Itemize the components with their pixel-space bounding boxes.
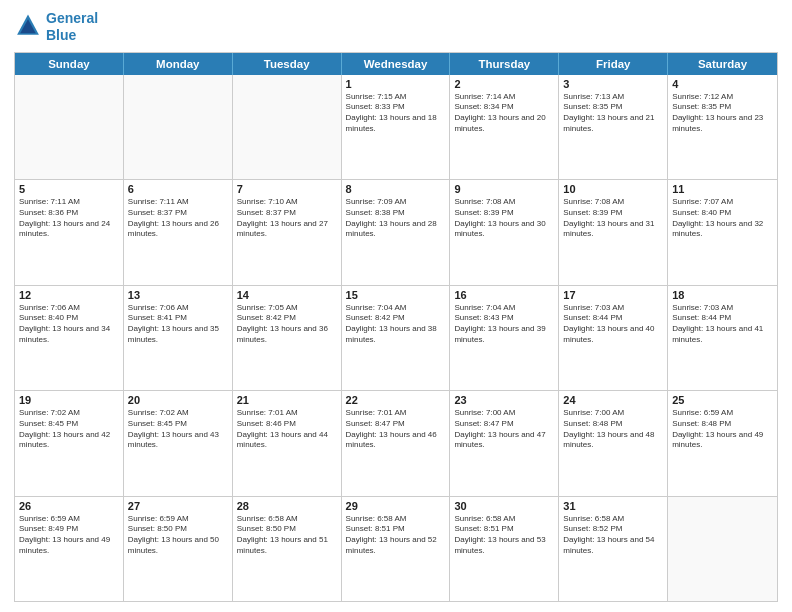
cal-week-5: 26Sunrise: 6:59 AMSunset: 8:49 PMDayligh…	[15, 497, 777, 601]
day-info: Sunrise: 7:00 AMSunset: 8:48 PMDaylight:…	[563, 408, 663, 451]
cal-cell: 7Sunrise: 7:10 AMSunset: 8:37 PMDaylight…	[233, 180, 342, 284]
calendar-body: 1Sunrise: 7:15 AMSunset: 8:33 PMDaylight…	[15, 75, 777, 601]
logo-text: General Blue	[46, 10, 98, 44]
cal-cell: 6Sunrise: 7:11 AMSunset: 8:37 PMDaylight…	[124, 180, 233, 284]
day-number: 18	[672, 289, 773, 301]
cal-header-saturday: Saturday	[668, 53, 777, 75]
page: General Blue SundayMondayTuesdayWednesda…	[0, 0, 792, 612]
day-info: Sunrise: 7:10 AMSunset: 8:37 PMDaylight:…	[237, 197, 337, 240]
cal-cell: 22Sunrise: 7:01 AMSunset: 8:47 PMDayligh…	[342, 391, 451, 495]
cal-cell: 24Sunrise: 7:00 AMSunset: 8:48 PMDayligh…	[559, 391, 668, 495]
day-number: 15	[346, 289, 446, 301]
cal-week-3: 12Sunrise: 7:06 AMSunset: 8:40 PMDayligh…	[15, 286, 777, 391]
day-number: 13	[128, 289, 228, 301]
cal-cell: 19Sunrise: 7:02 AMSunset: 8:45 PMDayligh…	[15, 391, 124, 495]
day-number: 31	[563, 500, 663, 512]
day-number: 23	[454, 394, 554, 406]
day-info: Sunrise: 7:11 AMSunset: 8:37 PMDaylight:…	[128, 197, 228, 240]
day-info: Sunrise: 7:07 AMSunset: 8:40 PMDaylight:…	[672, 197, 773, 240]
cal-header-monday: Monday	[124, 53, 233, 75]
day-number: 21	[237, 394, 337, 406]
cal-cell: 28Sunrise: 6:58 AMSunset: 8:50 PMDayligh…	[233, 497, 342, 601]
day-number: 8	[346, 183, 446, 195]
cal-header-friday: Friday	[559, 53, 668, 75]
cal-cell: 16Sunrise: 7:04 AMSunset: 8:43 PMDayligh…	[450, 286, 559, 390]
day-number: 6	[128, 183, 228, 195]
day-number: 20	[128, 394, 228, 406]
day-number: 4	[672, 78, 773, 90]
day-number: 10	[563, 183, 663, 195]
day-number: 3	[563, 78, 663, 90]
cal-cell: 31Sunrise: 6:58 AMSunset: 8:52 PMDayligh…	[559, 497, 668, 601]
day-number: 29	[346, 500, 446, 512]
cal-cell	[233, 75, 342, 179]
cal-cell: 30Sunrise: 6:58 AMSunset: 8:51 PMDayligh…	[450, 497, 559, 601]
calendar-header-row: SundayMondayTuesdayWednesdayThursdayFrid…	[15, 53, 777, 75]
day-number: 26	[19, 500, 119, 512]
day-number: 7	[237, 183, 337, 195]
cal-cell: 23Sunrise: 7:00 AMSunset: 8:47 PMDayligh…	[450, 391, 559, 495]
cal-cell: 21Sunrise: 7:01 AMSunset: 8:46 PMDayligh…	[233, 391, 342, 495]
day-number: 30	[454, 500, 554, 512]
day-number: 24	[563, 394, 663, 406]
cal-week-2: 5Sunrise: 7:11 AMSunset: 8:36 PMDaylight…	[15, 180, 777, 285]
cal-header-sunday: Sunday	[15, 53, 124, 75]
day-info: Sunrise: 7:05 AMSunset: 8:42 PMDaylight:…	[237, 303, 337, 346]
cal-cell: 20Sunrise: 7:02 AMSunset: 8:45 PMDayligh…	[124, 391, 233, 495]
cal-cell	[668, 497, 777, 601]
calendar: SundayMondayTuesdayWednesdayThursdayFrid…	[14, 52, 778, 602]
cal-header-wednesday: Wednesday	[342, 53, 451, 75]
day-number: 27	[128, 500, 228, 512]
day-info: Sunrise: 7:01 AMSunset: 8:46 PMDaylight:…	[237, 408, 337, 451]
day-info: Sunrise: 7:04 AMSunset: 8:42 PMDaylight:…	[346, 303, 446, 346]
day-info: Sunrise: 7:03 AMSunset: 8:44 PMDaylight:…	[563, 303, 663, 346]
cal-cell: 18Sunrise: 7:03 AMSunset: 8:44 PMDayligh…	[668, 286, 777, 390]
day-number: 22	[346, 394, 446, 406]
day-info: Sunrise: 7:06 AMSunset: 8:40 PMDaylight:…	[19, 303, 119, 346]
cal-cell: 8Sunrise: 7:09 AMSunset: 8:38 PMDaylight…	[342, 180, 451, 284]
day-info: Sunrise: 7:04 AMSunset: 8:43 PMDaylight:…	[454, 303, 554, 346]
day-number: 12	[19, 289, 119, 301]
day-number: 28	[237, 500, 337, 512]
day-info: Sunrise: 7:01 AMSunset: 8:47 PMDaylight:…	[346, 408, 446, 451]
day-number: 11	[672, 183, 773, 195]
day-info: Sunrise: 7:13 AMSunset: 8:35 PMDaylight:…	[563, 92, 663, 135]
day-info: Sunrise: 6:59 AMSunset: 8:50 PMDaylight:…	[128, 514, 228, 557]
cal-cell: 25Sunrise: 6:59 AMSunset: 8:48 PMDayligh…	[668, 391, 777, 495]
logo: General Blue	[14, 10, 98, 44]
cal-cell: 29Sunrise: 6:58 AMSunset: 8:51 PMDayligh…	[342, 497, 451, 601]
cal-cell	[15, 75, 124, 179]
cal-cell: 3Sunrise: 7:13 AMSunset: 8:35 PMDaylight…	[559, 75, 668, 179]
day-number: 25	[672, 394, 773, 406]
cal-header-thursday: Thursday	[450, 53, 559, 75]
day-info: Sunrise: 6:58 AMSunset: 8:50 PMDaylight:…	[237, 514, 337, 557]
day-number: 9	[454, 183, 554, 195]
day-number: 2	[454, 78, 554, 90]
cal-cell: 15Sunrise: 7:04 AMSunset: 8:42 PMDayligh…	[342, 286, 451, 390]
day-info: Sunrise: 7:11 AMSunset: 8:36 PMDaylight:…	[19, 197, 119, 240]
day-info: Sunrise: 6:59 AMSunset: 8:49 PMDaylight:…	[19, 514, 119, 557]
logo-icon	[14, 13, 42, 41]
cal-cell: 5Sunrise: 7:11 AMSunset: 8:36 PMDaylight…	[15, 180, 124, 284]
day-info: Sunrise: 7:02 AMSunset: 8:45 PMDaylight:…	[128, 408, 228, 451]
day-info: Sunrise: 6:58 AMSunset: 8:51 PMDaylight:…	[454, 514, 554, 557]
cal-cell	[124, 75, 233, 179]
cal-cell: 26Sunrise: 6:59 AMSunset: 8:49 PMDayligh…	[15, 497, 124, 601]
cal-cell: 1Sunrise: 7:15 AMSunset: 8:33 PMDaylight…	[342, 75, 451, 179]
cal-week-1: 1Sunrise: 7:15 AMSunset: 8:33 PMDaylight…	[15, 75, 777, 180]
cal-cell: 12Sunrise: 7:06 AMSunset: 8:40 PMDayligh…	[15, 286, 124, 390]
day-number: 1	[346, 78, 446, 90]
day-number: 5	[19, 183, 119, 195]
cal-cell: 2Sunrise: 7:14 AMSunset: 8:34 PMDaylight…	[450, 75, 559, 179]
cal-cell: 9Sunrise: 7:08 AMSunset: 8:39 PMDaylight…	[450, 180, 559, 284]
day-info: Sunrise: 7:12 AMSunset: 8:35 PMDaylight:…	[672, 92, 773, 135]
day-info: Sunrise: 7:09 AMSunset: 8:38 PMDaylight:…	[346, 197, 446, 240]
cal-cell: 11Sunrise: 7:07 AMSunset: 8:40 PMDayligh…	[668, 180, 777, 284]
day-info: Sunrise: 7:08 AMSunset: 8:39 PMDaylight:…	[563, 197, 663, 240]
day-info: Sunrise: 7:03 AMSunset: 8:44 PMDaylight:…	[672, 303, 773, 346]
day-number: 19	[19, 394, 119, 406]
cal-week-4: 19Sunrise: 7:02 AMSunset: 8:45 PMDayligh…	[15, 391, 777, 496]
day-info: Sunrise: 7:15 AMSunset: 8:33 PMDaylight:…	[346, 92, 446, 135]
cal-cell: 17Sunrise: 7:03 AMSunset: 8:44 PMDayligh…	[559, 286, 668, 390]
cal-cell: 4Sunrise: 7:12 AMSunset: 8:35 PMDaylight…	[668, 75, 777, 179]
